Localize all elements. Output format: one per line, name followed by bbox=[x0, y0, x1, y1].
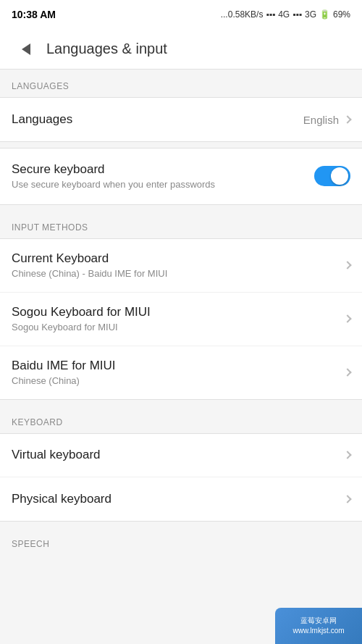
secure-keyboard-text: Secure keyboard Use secure keyboard when… bbox=[12, 162, 303, 191]
status-right: ...0.58KB/s ▪▪▪ 4G ▪▪▪ 3G 🔋 69% bbox=[221, 9, 350, 20]
sogou-keyboard-left: Sogou Keyboard for MIUI Sogou Keyboard f… bbox=[12, 304, 345, 334]
secure-keyboard-title: Secure keyboard bbox=[12, 162, 303, 177]
sogou-keyboard-item[interactable]: Sogou Keyboard for MIUI Sogou Keyboard f… bbox=[0, 293, 362, 346]
secure-keyboard-toggle[interactable] bbox=[314, 166, 350, 186]
section-header-input-methods: INPUT METHODS bbox=[0, 211, 362, 238]
keyboard-group: Virtual keyboard Physical keyboard bbox=[0, 433, 362, 522]
section-header-speech: SPEECH bbox=[0, 527, 362, 555]
watermark-line1: 蓝莓安卓网 bbox=[292, 616, 344, 626]
physical-keyboard-right bbox=[345, 496, 350, 502]
physical-keyboard-title: Physical keyboard bbox=[12, 491, 345, 507]
languages-chevron-icon bbox=[343, 115, 351, 123]
baidu-ime-item[interactable]: Baidu IME for MIUI Chinese (China) bbox=[0, 346, 362, 399]
baidu-ime-chevron-icon bbox=[343, 369, 351, 377]
languages-group: Languages English bbox=[0, 97, 362, 142]
baidu-ime-title: Baidu IME for MIUI bbox=[12, 358, 345, 374]
current-keyboard-title: Current Keyboard bbox=[12, 251, 345, 267]
virtual-keyboard-chevron-icon bbox=[343, 451, 351, 459]
page-title: Languages & input bbox=[46, 41, 167, 57]
physical-keyboard-left: Physical keyboard bbox=[12, 491, 345, 507]
current-keyboard-chevron-icon bbox=[343, 262, 351, 269]
content-area: LANGUAGES Languages English Secure keybo… bbox=[0, 70, 362, 644]
time-display: 10:38 AM bbox=[12, 9, 56, 20]
watermark-line2: www.lmkjst.com bbox=[292, 626, 344, 636]
virtual-keyboard-item[interactable]: Virtual keyboard bbox=[0, 434, 362, 477]
sogou-keyboard-right bbox=[345, 316, 350, 322]
physical-keyboard-item[interactable]: Physical keyboard bbox=[0, 477, 362, 521]
secure-keyboard-item[interactable]: Secure keyboard Use secure keyboard when… bbox=[0, 149, 362, 204]
secure-keyboard-group: Secure keyboard Use secure keyboard when… bbox=[0, 148, 362, 205]
virtual-keyboard-left: Virtual keyboard bbox=[12, 447, 345, 463]
physical-keyboard-chevron-icon bbox=[343, 495, 351, 503]
current-keyboard-right bbox=[345, 262, 350, 268]
battery-icon: 🔋 bbox=[319, 9, 330, 20]
top-bar: Languages & input bbox=[0, 29, 362, 70]
current-keyboard-item[interactable]: Current Keyboard Chinese (China) - Baidu… bbox=[0, 239, 362, 293]
toggle-knob bbox=[331, 167, 348, 185]
signal1-icon: ▪▪▪ bbox=[266, 9, 275, 20]
input-methods-group: Current Keyboard Chinese (China) - Baidu… bbox=[0, 238, 362, 400]
languages-value: English bbox=[303, 114, 339, 126]
current-keyboard-left: Current Keyboard Chinese (China) - Baidu… bbox=[12, 251, 345, 280]
section-header-keyboard: KEYBOARD bbox=[0, 406, 362, 433]
baidu-ime-subtitle: Chinese (China) bbox=[12, 375, 345, 388]
languages-title: Languages bbox=[12, 112, 303, 127]
signal2-icon: ▪▪▪ bbox=[292, 9, 302, 20]
current-keyboard-subtitle: Chinese (China) - Baidu IME for MIUI bbox=[12, 268, 345, 280]
watermark: 蓝莓安卓网 www.lmkjst.com bbox=[275, 608, 362, 644]
languages-item-right: English bbox=[303, 114, 350, 126]
sogou-keyboard-chevron-icon bbox=[343, 315, 351, 323]
virtual-keyboard-title: Virtual keyboard bbox=[12, 447, 345, 463]
battery-level: 69% bbox=[333, 9, 350, 20]
network-speed: ...0.58KB/s bbox=[221, 9, 264, 20]
languages-item-left: Languages bbox=[12, 112, 303, 127]
sogou-keyboard-title: Sogou Keyboard for MIUI bbox=[12, 304, 345, 320]
network-type-3g: 3G bbox=[305, 9, 316, 20]
languages-item[interactable]: Languages English bbox=[0, 98, 362, 141]
virtual-keyboard-right bbox=[345, 452, 350, 458]
section-header-languages: LANGUAGES bbox=[0, 70, 362, 97]
back-button[interactable] bbox=[12, 35, 41, 64]
sogou-keyboard-subtitle: Sogou Keyboard for MIUI bbox=[12, 322, 345, 334]
network-type-4g: 4G bbox=[278, 9, 290, 20]
secure-keyboard-subtitle: Use secure keyboard when you enter passw… bbox=[12, 179, 303, 191]
status-bar: 10:38 AM ...0.58KB/s ▪▪▪ 4G ▪▪▪ 3G 🔋 69% bbox=[0, 0, 362, 29]
watermark-text: 蓝莓安卓网 www.lmkjst.com bbox=[292, 616, 344, 636]
back-arrow-icon bbox=[22, 43, 30, 55]
baidu-ime-left: Baidu IME for MIUI Chinese (China) bbox=[12, 358, 345, 388]
baidu-ime-right bbox=[345, 369, 350, 375]
